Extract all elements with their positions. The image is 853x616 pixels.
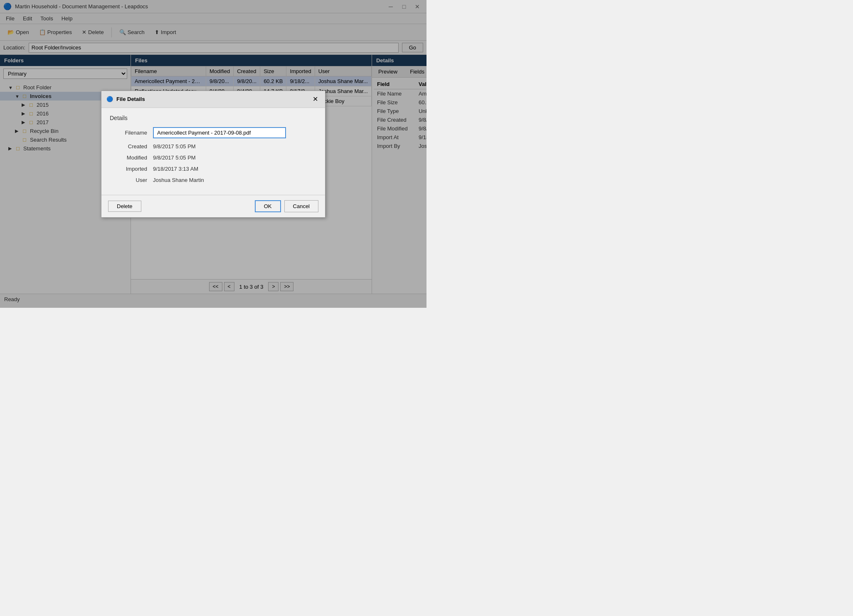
modal-field-user: User Joshua Shane Martin: [110, 177, 317, 183]
modal-overlay[interactable]: 🔵 File Details ✕ Details Filename Create…: [0, 0, 426, 308]
modal-label-modified: Modified: [110, 155, 147, 161]
modal-field-imported: Imported 9/18/2017 3:13 AM: [110, 166, 317, 172]
modal-footer-right: OK Cancel: [255, 200, 318, 212]
modal-delete-button[interactable]: Delete: [108, 201, 141, 212]
modal-footer: Delete OK Cancel: [101, 195, 325, 217]
modal-value-created: 9/8/2017 5:05 PM: [153, 143, 196, 150]
modal-label-user: User: [110, 177, 147, 183]
modal-close-button[interactable]: ✕: [310, 94, 320, 104]
modal-input-filename[interactable]: [153, 127, 286, 138]
modal-field-created: Created 9/8/2017 5:05 PM: [110, 143, 317, 150]
modal-label-imported: Imported: [110, 166, 147, 172]
modal-field-filename: Filename: [110, 127, 317, 138]
modal-section-title: Details: [110, 115, 317, 121]
modal-label-created: Created: [110, 143, 147, 150]
file-details-modal: 🔵 File Details ✕ Details Filename Create…: [101, 91, 325, 218]
modal-value-modified: 9/8/2017 5:05 PM: [153, 155, 196, 161]
modal-value-user: Joshua Shane Martin: [153, 177, 204, 183]
modal-value-imported: 9/18/2017 3:13 AM: [153, 166, 198, 172]
modal-ok-button[interactable]: OK: [255, 200, 281, 212]
modal-title-bar: 🔵 File Details ✕: [101, 91, 325, 108]
modal-cancel-button[interactable]: Cancel: [284, 200, 318, 212]
modal-logo: 🔵: [106, 96, 113, 102]
modal-body: Details Filename Created 9/8/2017 5:05 P…: [101, 108, 325, 195]
modal-label-filename: Filename: [110, 130, 147, 136]
modal-field-modified: Modified 9/8/2017 5:05 PM: [110, 155, 317, 161]
modal-title: 🔵 File Details: [106, 96, 145, 102]
